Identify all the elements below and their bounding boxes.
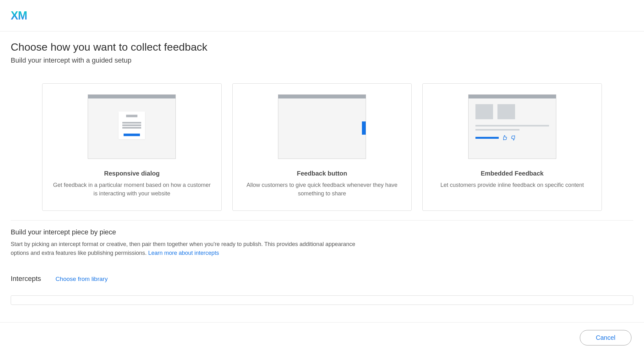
intercepts-empty-panel xyxy=(11,295,633,305)
page-subtitle: Build your intercept with a guided setup xyxy=(11,56,633,64)
xm-logo: XM xyxy=(11,9,27,22)
page-title: Choose how you want to collect feedback xyxy=(11,41,633,53)
illustration-responsive-dialog xyxy=(51,94,213,160)
illustration-embedded-feedback xyxy=(431,94,593,160)
thumbs-up-icon xyxy=(502,135,508,141)
illustration-feedback-button xyxy=(242,94,403,160)
section-heading-piece-by-piece: Build your intercept piece by piece xyxy=(11,228,633,236)
intercepts-label: Intercepts xyxy=(11,275,41,283)
card-title: Feedback button xyxy=(242,170,403,177)
option-card-feedback-button[interactable]: Feedback button Allow customers to give … xyxy=(232,83,412,211)
header: XM xyxy=(0,0,644,31)
card-desc: Get feedback in a particular moment base… xyxy=(51,181,213,198)
learn-more-link[interactable]: Learn more about intercepts xyxy=(148,250,219,256)
divider xyxy=(11,220,633,221)
card-desc: Let customers provide inline feedback on… xyxy=(431,181,593,189)
thumbs-down-icon xyxy=(511,135,516,141)
section-description: Start by picking an intercept format or … xyxy=(11,240,357,258)
card-desc: Allow customers to give quick feedback w… xyxy=(242,181,403,198)
card-title: Responsive dialog xyxy=(51,170,213,177)
choose-from-library-link[interactable]: Choose from library xyxy=(56,276,108,283)
option-card-embedded-feedback[interactable]: Embedded Feedback Let customers provide … xyxy=(422,83,602,211)
card-title: Embedded Feedback xyxy=(431,170,593,177)
main-content: Choose how you want to collect feedback … xyxy=(0,31,644,305)
option-card-responsive-dialog[interactable]: Responsive dialog Get feedback in a part… xyxy=(42,83,222,211)
intercepts-row: Intercepts Choose from library xyxy=(11,275,633,283)
option-cards-row: Responsive dialog Get feedback in a part… xyxy=(11,83,633,211)
